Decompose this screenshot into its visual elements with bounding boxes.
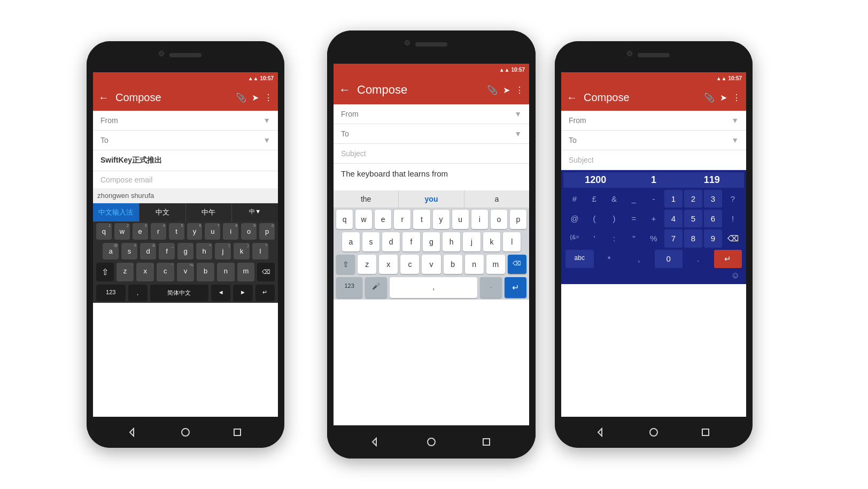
back-button-right[interactable]: ← — [567, 91, 577, 104]
subject-field-right[interactable]: Subject — [561, 150, 746, 170]
more-icon-center[interactable]: ⋮ — [515, 85, 524, 95]
key-o-c[interactable]: o — [491, 210, 507, 229]
key-amp[interactable]: & — [605, 190, 623, 208]
key-q-c[interactable]: q — [336, 210, 353, 229]
key-0[interactable]: 0 — [655, 250, 683, 268]
key-l[interactable]: l? — [252, 243, 268, 259]
nav-home-center[interactable] — [425, 436, 437, 448]
key-n-c[interactable]: n — [465, 255, 484, 274]
key-z-c[interactable]: z — [358, 255, 376, 274]
key-3[interactable]: 3 — [704, 190, 722, 208]
more-icon-right[interactable]: ⋮ — [732, 93, 741, 103]
to-field-right[interactable]: To ▼ — [561, 131, 746, 150]
key-colon[interactable]: : — [605, 230, 623, 248]
key-equals[interactable]: = — [625, 210, 643, 227]
key-n[interactable]: n — [217, 263, 235, 281]
nav-left[interactable]: ◄ — [211, 285, 230, 301]
key-f[interactable]: f_ — [159, 243, 175, 259]
key-plus[interactable]: + — [645, 210, 663, 227]
nav-right[interactable]: ► — [233, 285, 252, 301]
key-8[interactable]: 8 — [684, 230, 702, 248]
send-icon-right[interactable]: ➤ — [720, 93, 727, 103]
subject-field-center[interactable]: Subject — [334, 144, 529, 164]
key-mic-c[interactable]: 🎤 — [365, 277, 387, 298]
from-field-left[interactable]: From ▼ — [93, 111, 278, 131]
key-comma[interactable]: ， — [128, 285, 148, 301]
send-icon-center[interactable]: ➤ — [503, 85, 510, 95]
key-dash[interactable]: - — [645, 190, 663, 208]
chinese-opt-4[interactable]: 中▼ — [232, 203, 278, 221]
key-w-c[interactable]: w — [355, 210, 372, 229]
nav-back-right[interactable] — [596, 426, 608, 438]
key-g[interactable]: g- — [177, 243, 193, 259]
emoji-icon[interactable]: ☺ — [731, 271, 740, 280]
key-underscore[interactable]: _ — [625, 190, 643, 208]
key-r-c[interactable]: r — [394, 210, 410, 229]
key-9[interactable]: 9 — [704, 230, 722, 248]
key-shift-c[interactable]: ⇧ — [336, 255, 355, 274]
key-6[interactable]: 6 — [704, 210, 722, 227]
key-u[interactable]: u7 — [205, 223, 220, 240]
key-star[interactable]: * — [595, 250, 624, 268]
key-close-paren[interactable]: ) — [605, 210, 623, 227]
key-backspace-c[interactable]: ⌫ — [508, 255, 526, 274]
key-p-c[interactable]: p — [510, 210, 526, 229]
key-123[interactable]: 123 — [96, 285, 126, 301]
compose-hint-left[interactable]: Compose email — [93, 171, 278, 188]
nav-recent-left[interactable] — [231, 426, 243, 438]
nav-back-center[interactable] — [370, 436, 382, 448]
key-percent[interactable]: % — [645, 230, 663, 248]
key-k-c[interactable]: k — [483, 232, 501, 251]
key-h-c[interactable]: h — [443, 232, 460, 251]
key-p[interactable]: p0 — [259, 223, 275, 240]
key-j[interactable]: j( — [215, 243, 231, 259]
key-question[interactable]: ? — [724, 190, 742, 208]
nav-home-right[interactable] — [648, 426, 660, 438]
key-t[interactable]: t5 — [169, 223, 184, 240]
key-g-c[interactable]: g — [423, 232, 440, 251]
back-button-left[interactable]: ← — [98, 91, 109, 104]
pred-the[interactable]: the — [334, 190, 399, 208]
key-1[interactable]: 1 — [664, 190, 683, 208]
key-x-c[interactable]: x — [379, 255, 398, 274]
key-7[interactable]: 7 — [664, 230, 683, 248]
key-y-c[interactable]: y — [433, 210, 449, 229]
key-2[interactable]: 2 — [684, 190, 702, 208]
to-field-left[interactable]: To ▼ — [93, 131, 278, 150]
chinese-opt-2[interactable]: 中文 — [140, 203, 186, 221]
key-brace[interactable]: {&= — [565, 230, 584, 248]
key-y[interactable]: y6 — [187, 223, 203, 240]
key-at[interactable]: @ — [565, 210, 584, 227]
num-119[interactable]: 119 — [683, 174, 741, 186]
key-w[interactable]: w2 — [114, 223, 130, 240]
key-del-num[interactable]: ⌫ — [724, 230, 742, 248]
key-apos[interactable]: ' — [585, 230, 603, 248]
key-v-c[interactable]: v — [422, 255, 440, 274]
key-k[interactable]: k) — [234, 243, 250, 259]
key-i[interactable]: i8 — [223, 223, 238, 240]
attach-icon-center[interactable]: 📎 — [487, 85, 498, 95]
chinese-opt-3[interactable]: 中午 — [186, 203, 232, 221]
key-pound[interactable]: £ — [585, 190, 603, 208]
key-period-c[interactable]: . — [480, 277, 502, 298]
email-body-center[interactable]: The keyboard that learns from — [334, 164, 529, 190]
send-icon-left[interactable]: ➤ — [252, 93, 259, 103]
key-shift[interactable]: ⇧ — [96, 263, 114, 281]
key-123-c[interactable]: 123 — [336, 277, 362, 298]
key-a-c[interactable]: a — [342, 232, 360, 251]
key-4[interactable]: 4 — [664, 210, 683, 227]
key-comma-num[interactable]: , — [625, 250, 653, 268]
key-backspace[interactable]: ⌫ — [257, 263, 275, 281]
nav-home-left[interactable] — [180, 426, 191, 438]
key-t-c[interactable]: t — [413, 210, 430, 229]
key-u-c[interactable]: u — [452, 210, 469, 229]
back-button-center[interactable]: ← — [339, 83, 351, 97]
key-e-c[interactable]: e — [375, 210, 391, 229]
pred-a[interactable]: a — [464, 190, 529, 208]
more-icon-left[interactable]: ⋮ — [264, 93, 273, 103]
key-enter[interactable]: ↵ — [255, 285, 275, 301]
key-z[interactable]: z' — [117, 263, 134, 281]
nav-recent-center[interactable] — [480, 436, 492, 448]
attach-icon-left[interactable]: 📎 — [236, 93, 246, 103]
key-b-c[interactable]: b — [444, 255, 462, 274]
